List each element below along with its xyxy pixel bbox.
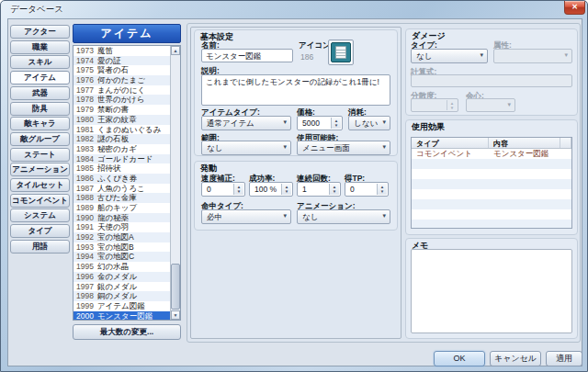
stepper-arrows-icon[interactable]: ▲▼ [331,118,341,129]
occasion-dropdown[interactable]: メニュー画面 [297,141,390,155]
scroll-up-icon[interactable]: ▲ [171,46,180,55]
animation-dropdown[interactable]: なし [297,209,390,224]
hit-type-dropdown[interactable]: 必中 [201,209,291,224]
item-name: 金のメダル [97,272,137,281]
item-list: 1973魔笛1974愛の証1975賢者の石1976何かのたまご1977まんがのに… [74,46,171,320]
price-stepper[interactable]: 5000▲▼ [297,116,343,130]
list-item[interactable]: 1992宝の地図A [74,232,171,242]
list-item[interactable]: 1973魔笛 [74,46,171,56]
sidebar-tab-6[interactable]: 敵キャラ [10,117,70,130]
sidebar-tab-9[interactable]: アニメーション [10,163,70,176]
sidebar-tab-8[interactable]: ステート [10,148,70,162]
sidebar-tab-14[interactable]: 用語 [10,240,70,254]
list-item[interactable]: 1996金のメダル [74,272,171,282]
repeats-stepper[interactable]: 1▲▼ [297,182,341,197]
list-item[interactable]: 1982謎の石板 [74,134,171,144]
stepper-arrows-icon[interactable]: ▲▼ [377,184,387,195]
scope-dropdown[interactable]: なし [201,141,291,155]
item-name: 宝の地図C [97,252,134,261]
icon-button[interactable] [328,39,354,65]
effect-row-empty [412,199,571,209]
close-icon[interactable]: ✕ [564,1,585,15]
list-item[interactable]: 1991天使の羽 [74,222,171,232]
name-input[interactable]: モンスター図鑑 [201,49,293,62]
list-item[interactable]: 1988古びた金庫 [74,193,171,203]
list-item[interactable]: 1990龍の秘薬 [74,213,171,223]
list-item[interactable]: 1999アイテム図鑑 [74,301,171,311]
sidebar-tab-13[interactable]: タイプ [10,224,70,238]
description-input[interactable]: これまでに倒したモンスターの記録がこれ1冊に! [201,74,390,106]
sidebar-tab-10[interactable]: タイルセット [10,178,70,192]
list-item[interactable]: 1976何かのたまご [74,75,171,85]
list-item[interactable]: 1978世界のかけら [74,95,171,105]
effect-row[interactable]: コモンイベントモンスター図鑑 [412,149,571,159]
list-item[interactable]: 1995幻の水晶 [74,262,171,272]
sidebar-tab-7[interactable]: 敵グループ [10,132,70,146]
item-id: 1998 [76,291,94,300]
item-id: 1993 [76,242,94,252]
speed-stepper[interactable]: 0▲▼ [201,182,245,197]
list-item[interactable]: 1989船のキップ [74,203,171,213]
stepper-arrows-icon[interactable]: ▲▼ [281,184,291,195]
stepper-arrows-icon[interactable]: ▲▼ [233,184,243,195]
list-item[interactable]: 1974愛の証 [74,56,171,66]
item-listbox[interactable]: 1973魔笛1974愛の証1975賢者の石1976何かのたまご1977まんがのに… [73,45,181,321]
tp-gain-stepper[interactable]: 0▲▼ [345,182,389,197]
success-stepper[interactable]: 100 %▲▼ [249,182,293,197]
sidebar-tab-0[interactable]: アクター [10,25,70,39]
list-item[interactable]: 1977まんがのにく [74,85,171,96]
effect-row-empty [412,159,571,169]
scroll-thumb[interactable] [171,264,180,310]
sidebar-tab-11[interactable]: コモンイベント [10,194,70,208]
effects-table[interactable]: タイプ 内容 コモンイベントモンスター図鑑 [411,137,572,229]
sidebar-tab-12[interactable]: システム [10,209,70,222]
item-id: 1984 [76,154,94,163]
cancel-button[interactable]: キャンセル [490,351,541,366]
ok-button[interactable]: OK [434,351,485,366]
list-item[interactable]: 1984ゴールドカード [74,154,171,164]
damage-type-dropdown[interactable]: なし [411,49,488,63]
list-item[interactable]: 1994宝の地図C [74,252,171,262]
list-item[interactable]: 1987人魚のうろこ [74,184,171,194]
sidebar-tab-5[interactable]: 防具 [10,102,70,116]
item-name: 銅のメダル [97,291,137,300]
list-item[interactable]: 1986ふくびき券 [74,174,171,184]
sidebar-tab-2[interactable]: スキル [10,55,70,69]
icon-index: 186 [300,52,313,62]
note-input[interactable] [411,249,572,333]
consumable-dropdown[interactable]: しない [348,116,390,130]
sidebar-tab-3[interactable]: アイテム [10,71,70,85]
apply-button[interactable]: 適用 [546,351,582,366]
item-name: 宝の地図A [97,232,134,242]
item-id: 1990 [76,213,94,222]
item-name: モンスター図鑑 [97,311,153,321]
list-item[interactable]: 1998銅のメダル [74,291,171,301]
list-item[interactable]: 1980王家の紋章 [74,115,171,125]
item-list-scrollbar[interactable]: ▲ ▼ [170,46,180,320]
item-id: 1985 [76,163,94,173]
list-item[interactable]: 1979禁断の書 [74,105,171,115]
sidebar-tab-4[interactable]: 武器 [10,86,70,100]
effect-row-empty [412,189,571,199]
effect-row-empty [412,179,571,189]
item-id: 1974 [76,56,94,65]
item-id: 1995 [76,262,94,271]
item-name: 何かのたまご [97,75,145,85]
itemtype-dropdown[interactable]: 通常アイテム [201,116,291,130]
item-id: 1979 [76,105,94,114]
list-item[interactable]: 1981くまのぬいぐるみ [74,125,171,135]
list-item[interactable]: 1975賢者の石 [74,65,171,75]
item-name: ゴールドカード [97,154,153,163]
list-item[interactable]: 1997銀のメダル [74,282,171,292]
list-item[interactable]: 1985招待状 [74,163,171,174]
scroll-down-icon[interactable]: ▼ [171,310,180,320]
list-item[interactable]: 2000モンスター図鑑 [74,311,171,321]
sidebar-tab-1[interactable]: 職業 [10,40,70,54]
list-item[interactable]: 1993宝の地図B [74,242,171,253]
titlebar[interactable]: データベース ✕ [1,1,587,18]
effect-row-empty [412,209,571,220]
change-maximum-button[interactable]: 最大数の変更... [73,324,181,340]
list-item[interactable]: 1983秘密のカギ [74,144,171,154]
item-id: 1996 [76,272,94,281]
stepper-arrows-icon[interactable]: ▲▼ [329,184,339,195]
